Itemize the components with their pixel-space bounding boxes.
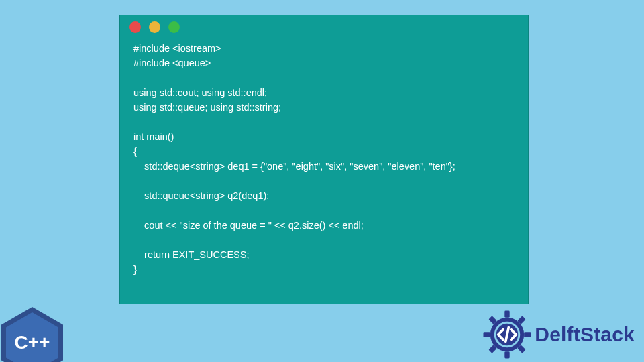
traffic-light-zoom-icon[interactable]: [168, 21, 180, 33]
cpp-hexagon-icon: C++: [1, 307, 63, 362]
code-content: #include <iostream> #include <queue> usi…: [120, 38, 528, 277]
traffic-light-close-icon[interactable]: [129, 21, 141, 33]
svg-rect-4: [524, 332, 531, 337]
brand-name-text: DelftStack: [535, 323, 635, 346]
window-title-bar: [120, 15, 528, 38]
traffic-light-minimize-icon[interactable]: [149, 21, 160, 33]
svg-rect-1: [505, 310, 510, 317]
brand-logo: DelftStack: [482, 310, 635, 359]
svg-rect-2: [505, 351, 510, 358]
brand-gear-icon: [482, 310, 532, 359]
svg-rect-3: [484, 332, 490, 337]
code-window: #include <iostream> #include <queue> usi…: [119, 15, 529, 304]
cpp-badge-label: C++: [6, 312, 58, 362]
cpp-language-badge: C++: [0, 298, 66, 362]
